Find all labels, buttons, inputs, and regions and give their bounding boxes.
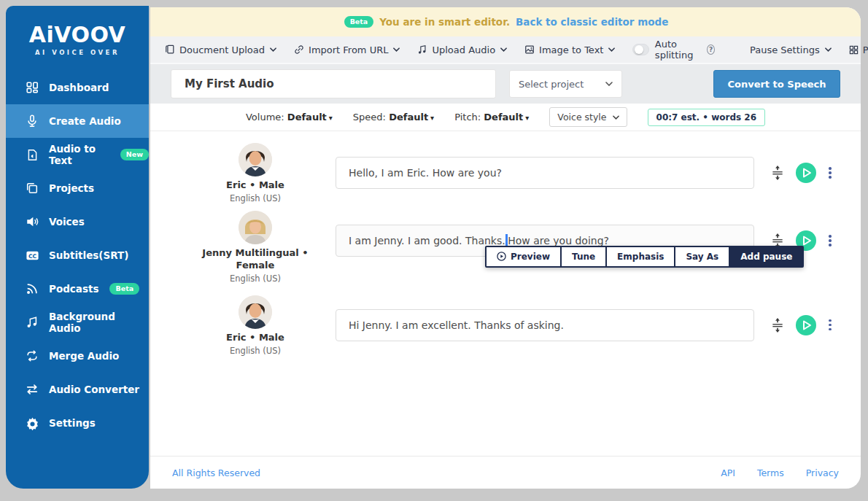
document-upload-button[interactable]: Doucment Upload bbox=[165, 44, 276, 55]
tune-sliders-icon[interactable] bbox=[770, 316, 785, 334]
tune-sliders-icon[interactable] bbox=[770, 164, 785, 182]
app-name: AiVOOV bbox=[6, 22, 149, 47]
pitch-dropdown[interactable]: Pitch: Default▾ bbox=[454, 112, 529, 123]
speech-text-after-cursor: How are you doing? bbox=[508, 235, 609, 246]
sidebar-item-label: Subtitles(SRT) bbox=[49, 249, 128, 261]
say-as-menu-item[interactable]: Say As bbox=[675, 247, 730, 266]
audio-title-input[interactable] bbox=[171, 69, 496, 98]
speech-row-3: Eric • Male English (US) Hi Jenny. I am … bbox=[150, 295, 861, 356]
closed-captions-icon: CC bbox=[25, 248, 39, 263]
sidebar-item-merge-audio[interactable]: Merge Audio bbox=[6, 339, 149, 373]
sidebar-item-label: Audio Converter bbox=[49, 384, 139, 395]
swap-arrows-icon bbox=[25, 382, 39, 397]
chevron-down-icon bbox=[500, 47, 507, 52]
music-note-icon bbox=[417, 44, 427, 55]
privacy-link[interactable]: Privacy bbox=[806, 467, 839, 478]
classic-editor-link[interactable]: Back to classic editor mode bbox=[516, 16, 668, 28]
speaker-info[interactable]: Eric • Male English (US) bbox=[193, 295, 318, 356]
speaker-name: Eric • Male bbox=[193, 332, 318, 344]
new-badge: New bbox=[120, 149, 149, 160]
import-from-url-label: Import From URL bbox=[309, 44, 388, 55]
all-rights-reserved-link[interactable]: All Rights Reserved bbox=[172, 467, 260, 478]
speaker-language: English (US) bbox=[193, 346, 318, 356]
sidebar-item-podcasts[interactable]: Podcasts Beta bbox=[6, 272, 149, 306]
sidebar-item-create-audio[interactable]: Create Audio bbox=[6, 104, 149, 138]
main-panel: Beta You are in smart editor. Back to cl… bbox=[150, 7, 861, 489]
voice-style-select[interactable]: Voice style bbox=[549, 107, 627, 127]
speaker-language: English (US) bbox=[193, 193, 318, 203]
microphone-icon bbox=[25, 114, 39, 128]
auto-splitting-toggle[interactable] bbox=[632, 44, 648, 55]
emphasis-menu-item[interactable]: Emphasis bbox=[607, 247, 675, 266]
sidebar-item-label: Dashboard bbox=[49, 82, 109, 93]
gear-icon bbox=[25, 416, 39, 430]
editor-toolbar: Doucment Upload Import From URL Upload A… bbox=[150, 36, 861, 64]
app-tagline: AI VOICE OVER bbox=[6, 49, 149, 56]
sidebar-item-audio-to-text[interactable]: Audio to Text New bbox=[6, 138, 149, 171]
speech-text: Hi Jenny. I am excellent. Thanks of aski… bbox=[349, 319, 564, 331]
voice-settings-row: Volume: Default▾ Speed: Default▾ Pitch: … bbox=[150, 104, 861, 131]
app-logo[interactable]: AiVOOV AI VOICE OVER bbox=[6, 6, 149, 71]
upload-audio-label: Upload Audio bbox=[432, 44, 495, 55]
speech-row-1: Eric • Male English (US) Hello, I am Eri… bbox=[150, 143, 861, 203]
import-from-url-button[interactable]: Import From URL bbox=[294, 44, 400, 55]
play-button[interactable] bbox=[796, 315, 816, 335]
speaker-info[interactable]: Eric • Male English (US) bbox=[193, 143, 318, 203]
more-options-icon[interactable] bbox=[827, 233, 833, 248]
more-options-icon[interactable] bbox=[827, 166, 833, 180]
speech-row-2: Jenny Multilingual • Female English (US)… bbox=[150, 211, 861, 284]
pronunciations-library-label: Pronunciations Library bbox=[863, 44, 868, 55]
add-pause-menu-item[interactable]: Add pause bbox=[730, 247, 802, 266]
preview-menu-item[interactable]: Preview bbox=[487, 247, 562, 266]
sidebar-item-label: Voices bbox=[49, 216, 85, 228]
speaker-info[interactable]: Jenny Multilingual • Female English (US) bbox=[193, 211, 318, 284]
duration-word-count-badge: 00:7 est. • words 26 bbox=[648, 109, 765, 126]
sidebar-item-audio-converter[interactable]: Audio Converter bbox=[6, 373, 149, 406]
document-icon bbox=[165, 44, 175, 55]
row-actions bbox=[770, 157, 840, 189]
sidebar-item-projects[interactable]: Projects bbox=[6, 171, 149, 205]
grid-icon bbox=[849, 45, 859, 55]
sidebar-item-background-audio[interactable]: Background Audio bbox=[6, 306, 149, 339]
speech-text-input[interactable]: Hello, I am Eric. How are you? bbox=[336, 157, 754, 189]
text-context-menu: Preview Tune Emphasis Say As Add pause bbox=[485, 246, 804, 268]
auto-splitting-label: Auto splitting bbox=[655, 39, 701, 61]
sidebar-item-label: Create Audio bbox=[49, 115, 121, 127]
chevron-down-icon bbox=[270, 47, 276, 52]
pronunciations-library-button[interactable]: Pronunciations Library bbox=[849, 44, 868, 55]
chevron-down-icon bbox=[613, 115, 619, 120]
sidebar-item-dashboard[interactable]: Dashboard bbox=[6, 71, 149, 104]
merge-loop-icon bbox=[25, 349, 39, 363]
speaker-icon bbox=[25, 214, 39, 229]
project-select[interactable]: Select project bbox=[509, 70, 622, 98]
banner-text: You are in smart editor. bbox=[379, 16, 510, 28]
sidebar-item-label: Projects bbox=[49, 182, 94, 194]
link-icon bbox=[294, 44, 304, 55]
image-to-text-button[interactable]: Image to Text bbox=[524, 44, 615, 55]
help-icon[interactable]: ? bbox=[707, 44, 715, 55]
api-link[interactable]: API bbox=[721, 467, 735, 478]
chevron-down-icon bbox=[608, 47, 615, 52]
sidebar-item-voices[interactable]: Voices bbox=[6, 205, 149, 238]
avatar-eric bbox=[239, 295, 272, 329]
terms-link[interactable]: Terms bbox=[757, 467, 784, 478]
avatar-jenny bbox=[239, 211, 272, 244]
speaker-name: Jenny Multilingual • Female bbox=[193, 247, 318, 272]
sidebar-item-settings[interactable]: Settings bbox=[6, 406, 149, 440]
auto-splitting-control: Auto splitting ? bbox=[632, 39, 715, 61]
image-to-text-label: Image to Text bbox=[539, 44, 603, 55]
more-options-icon[interactable] bbox=[827, 318, 833, 333]
upload-audio-button[interactable]: Upload Audio bbox=[417, 44, 507, 55]
speech-text-input[interactable]: Hi Jenny. I am excellent. Thanks of aski… bbox=[336, 309, 754, 341]
volume-dropdown[interactable]: Volume: Default▾ bbox=[246, 112, 333, 123]
play-button[interactable] bbox=[796, 163, 816, 183]
tune-menu-item[interactable]: Tune bbox=[562, 247, 607, 266]
speed-dropdown[interactable]: Speed: Default▾ bbox=[353, 112, 434, 123]
beta-badge: Beta bbox=[109, 283, 139, 295]
convert-to-speech-button[interactable]: Convert to Speech bbox=[713, 70, 840, 98]
image-icon bbox=[524, 44, 535, 55]
sidebar-item-subtitles[interactable]: CC Subtitles(SRT) bbox=[6, 238, 149, 272]
speech-text-before-cursor: I am Jenny. I am good. Thanks. bbox=[349, 235, 505, 246]
smart-editor-banner: Beta You are in smart editor. Back to cl… bbox=[150, 7, 861, 36]
pause-settings-button[interactable]: Pause Settings bbox=[750, 44, 832, 55]
